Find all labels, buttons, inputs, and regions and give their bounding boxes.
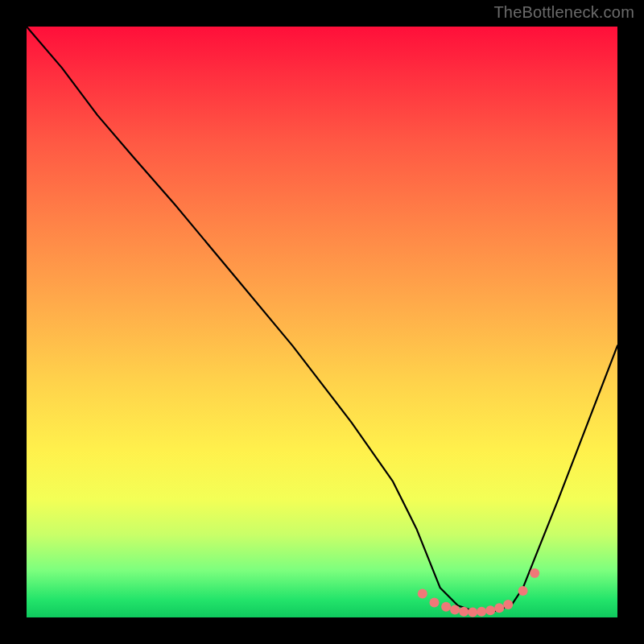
valley-dot (430, 598, 440, 608)
valley-dot (503, 600, 513, 609)
valley-dot (485, 605, 495, 615)
valley-dot (530, 568, 539, 578)
watermark-label: TheBottleneck.com (493, 3, 634, 22)
valley-dot (459, 607, 469, 617)
valley-dot (450, 605, 460, 615)
valley-dot (468, 607, 477, 617)
valley-dot (518, 586, 528, 596)
curve-layer (27, 27, 617, 617)
valley-dot (441, 602, 451, 612)
plot-area (27, 27, 617, 617)
chart-frame: TheBottleneck.com (0, 0, 644, 644)
valley-dot (418, 589, 427, 599)
valley-dot (494, 603, 504, 613)
bottleneck-curve (27, 27, 617, 612)
valley-dot (477, 607, 486, 617)
